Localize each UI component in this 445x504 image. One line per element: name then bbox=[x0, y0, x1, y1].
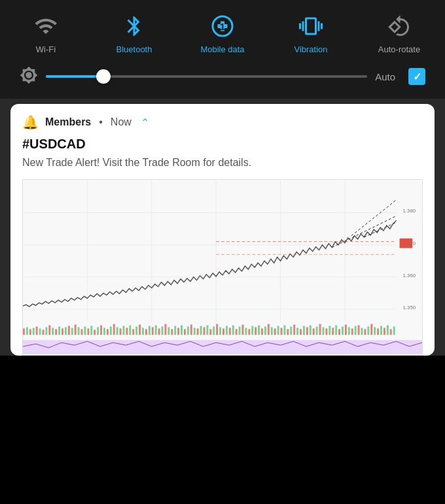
svg-rect-41 bbox=[78, 328, 80, 335]
svg-rect-79 bbox=[200, 326, 202, 335]
brightness-row: Auto bbox=[20, 66, 425, 87]
svg-rect-109 bbox=[296, 328, 298, 335]
svg-rect-112 bbox=[306, 328, 308, 335]
svg-rect-139 bbox=[393, 327, 395, 335]
svg-rect-105 bbox=[283, 326, 285, 335]
svg-rect-37 bbox=[65, 328, 67, 335]
slider-track bbox=[46, 75, 367, 78]
svg-rect-104 bbox=[281, 328, 283, 335]
svg-rect-100 bbox=[268, 324, 270, 335]
svg-rect-45 bbox=[90, 326, 92, 335]
bottom-black-area bbox=[0, 356, 445, 504]
svg-rect-90 bbox=[236, 329, 238, 335]
chart-image: 1.380 1.370 1.360 1.350 bbox=[22, 179, 423, 356]
svg-text:1.370: 1.370 bbox=[402, 241, 416, 246]
svg-rect-32 bbox=[48, 326, 50, 335]
svg-rect-126 bbox=[351, 329, 353, 335]
svg-rect-134 bbox=[377, 329, 379, 335]
svg-rect-130 bbox=[364, 329, 366, 335]
svg-rect-71 bbox=[174, 326, 176, 335]
svg-rect-88 bbox=[229, 328, 231, 335]
svg-rect-42 bbox=[81, 329, 83, 335]
svg-rect-54 bbox=[120, 329, 122, 335]
svg-rect-46 bbox=[94, 330, 96, 335]
mobile-data-label: Mobile data bbox=[200, 44, 244, 54]
svg-rect-101 bbox=[271, 328, 273, 335]
svg-rect-31 bbox=[45, 328, 47, 335]
svg-rect-123 bbox=[342, 327, 344, 335]
vibration-icon bbox=[296, 12, 325, 41]
svg-rect-136 bbox=[383, 328, 385, 335]
svg-rect-49 bbox=[103, 328, 105, 335]
notification-body: New Trade Alert! Visit the Trade Room fo… bbox=[22, 156, 423, 170]
svg-text:1.350: 1.350 bbox=[402, 305, 416, 311]
auto-rotate-toggle[interactable]: Auto-rotate bbox=[373, 12, 425, 54]
bluetooth-icon bbox=[120, 12, 149, 41]
svg-rect-120 bbox=[332, 328, 334, 335]
notification-source: Members bbox=[45, 116, 91, 128]
svg-rect-99 bbox=[264, 327, 266, 335]
svg-rect-84 bbox=[216, 324, 218, 335]
svg-rect-65 bbox=[155, 326, 157, 335]
svg-rect-57 bbox=[129, 326, 131, 335]
svg-rect-77 bbox=[194, 328, 196, 335]
auto-checkbox[interactable] bbox=[408, 68, 425, 85]
svg-rect-114 bbox=[313, 329, 315, 335]
svg-rect-125 bbox=[348, 328, 350, 335]
svg-rect-124 bbox=[345, 325, 347, 335]
svg-rect-64 bbox=[152, 328, 154, 335]
brightness-slider[interactable] bbox=[46, 70, 367, 83]
svg-rect-115 bbox=[316, 327, 318, 335]
svg-rect-24 bbox=[23, 329, 25, 335]
svg-rect-68 bbox=[164, 324, 166, 335]
auto-rotate-label: Auto-rotate bbox=[378, 44, 420, 54]
svg-rect-52 bbox=[113, 324, 115, 335]
svg-rect-93 bbox=[245, 328, 247, 335]
notification-title: #USDCAD bbox=[22, 137, 423, 152]
svg-rect-25 bbox=[26, 328, 28, 335]
svg-rect-132 bbox=[370, 324, 372, 335]
bluetooth-toggle[interactable]: Bluetooth bbox=[108, 12, 160, 54]
svg-rect-69 bbox=[168, 328, 169, 335]
phone-frame: Wi-Fi Bluetooth 1 bbox=[0, 0, 445, 504]
mobile-data-toggle[interactable]: 1 Mobile data bbox=[196, 12, 249, 54]
notification-card[interactable]: 🔔 Members • Now ⌃ #USDCAD New Trade Aler… bbox=[10, 104, 435, 356]
svg-rect-127 bbox=[355, 326, 357, 335]
svg-rect-128 bbox=[358, 326, 360, 335]
svg-rect-82 bbox=[209, 329, 211, 335]
svg-rect-61 bbox=[142, 328, 144, 335]
vibration-toggle[interactable]: Vibration bbox=[285, 12, 337, 54]
svg-rect-96 bbox=[255, 328, 257, 335]
svg-rect-118 bbox=[325, 329, 327, 335]
svg-rect-56 bbox=[126, 328, 128, 335]
svg-rect-133 bbox=[374, 328, 376, 335]
svg-rect-67 bbox=[162, 327, 164, 335]
svg-rect-108 bbox=[293, 325, 295, 335]
svg-rect-117 bbox=[323, 328, 325, 335]
wifi-icon bbox=[31, 12, 60, 41]
svg-rect-95 bbox=[251, 326, 253, 335]
svg-rect-35 bbox=[58, 327, 60, 335]
svg-rect-119 bbox=[329, 326, 330, 335]
svg-rect-78 bbox=[197, 329, 199, 335]
notification-time: Now bbox=[111, 116, 132, 128]
svg-rect-121 bbox=[335, 326, 337, 335]
notification-area: 🔔 Members • Now ⌃ #USDCAD New Trade Aler… bbox=[0, 104, 445, 356]
slider-thumb[interactable] bbox=[96, 69, 111, 84]
slider-fill bbox=[46, 75, 103, 78]
svg-rect-140 bbox=[23, 341, 422, 355]
svg-rect-113 bbox=[310, 326, 312, 335]
svg-rect-91 bbox=[239, 327, 241, 335]
svg-rect-92 bbox=[242, 325, 244, 335]
auto-label: Auto bbox=[375, 71, 395, 82]
wifi-toggle[interactable]: Wi-Fi bbox=[20, 12, 72, 54]
svg-rect-51 bbox=[110, 327, 112, 335]
notification-header: 🔔 Members • Now ⌃ bbox=[22, 114, 423, 130]
svg-rect-137 bbox=[387, 326, 389, 335]
svg-rect-33 bbox=[52, 328, 54, 335]
svg-rect-36 bbox=[62, 329, 63, 335]
brightness-icon bbox=[20, 66, 38, 87]
svg-rect-106 bbox=[287, 329, 289, 335]
quick-toggles-row: Wi-Fi Bluetooth 1 bbox=[20, 12, 425, 54]
svg-rect-74 bbox=[184, 329, 186, 335]
